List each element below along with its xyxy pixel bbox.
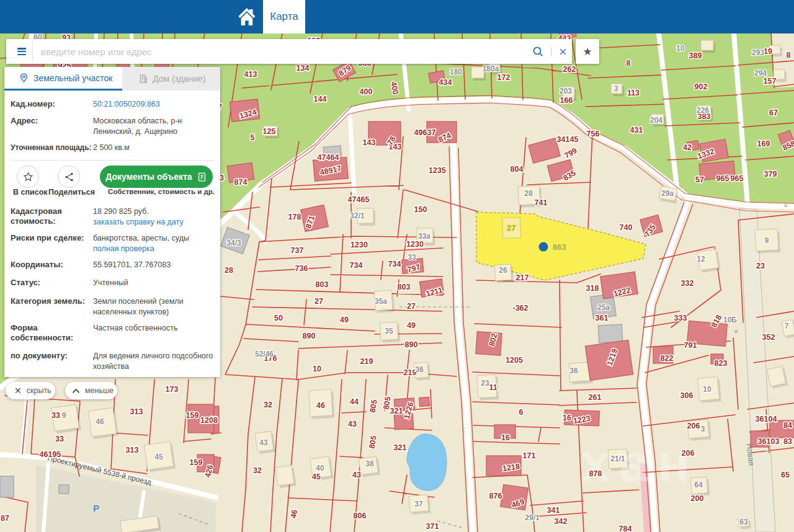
svg-text:10: 10	[313, 365, 321, 373]
svg-text:203: 203	[560, 87, 572, 95]
svg-text:87: 87	[1, 514, 9, 523]
svg-text:хан: хан	[581, 433, 698, 492]
svg-text:10: 10	[703, 385, 711, 394]
svg-text:33: 33	[51, 411, 60, 420]
svg-text:306: 306	[680, 391, 694, 400]
svg-text:36: 36	[415, 365, 424, 374]
svg-text:46195: 46195	[40, 450, 61, 459]
svg-text:874: 874	[234, 178, 248, 187]
svg-text:35: 35	[385, 327, 393, 335]
svg-text:11: 11	[489, 383, 497, 392]
svg-text:226: 226	[697, 106, 709, 115]
svg-text:27: 27	[407, 302, 416, 311]
svg-text:876: 876	[489, 492, 502, 500]
svg-text:293: 293	[752, 48, 764, 57]
svg-text:3: 3	[701, 425, 705, 433]
svg-text:1230: 1230	[406, 240, 424, 249]
svg-text:іlі: іlі	[784, 203, 788, 208]
svg-text:9: 9	[62, 411, 66, 420]
svg-text:іlі: іlі	[734, 329, 738, 334]
svg-text:23: 23	[481, 379, 489, 388]
svg-text:965: 965	[731, 174, 744, 183]
svg-text:180a: 180a	[483, 64, 499, 73]
svg-text:46: 46	[316, 401, 325, 410]
svg-text:134: 134	[297, 64, 310, 73]
svg-text:784: 784	[619, 525, 632, 532]
svg-text:29a: 29a	[661, 189, 674, 198]
svg-text:35a: 35a	[375, 297, 387, 306]
svg-text:46: 46	[96, 417, 104, 426]
svg-text:413: 413	[244, 70, 257, 79]
svg-text:389: 389	[689, 51, 702, 60]
svg-text:361: 361	[596, 314, 609, 322]
svg-text:169: 169	[757, 140, 770, 148]
svg-text:-362: -362	[512, 304, 528, 313]
svg-text:49: 49	[407, 321, 416, 330]
svg-text:P: P	[93, 503, 99, 513]
svg-text:172: 172	[497, 73, 511, 82]
svg-text:64: 64	[694, 481, 703, 489]
svg-text:219: 219	[360, 357, 373, 366]
svg-text:32/1: 32/1	[350, 211, 365, 220]
svg-text:46: 46	[289, 509, 299, 519]
svg-text:1208: 1208	[200, 416, 218, 425]
svg-text:261: 261	[589, 393, 602, 402]
svg-text:206: 206	[682, 449, 695, 458]
svg-text:965: 965	[716, 174, 729, 183]
svg-text:34145: 34145	[557, 135, 579, 144]
svg-text:45: 45	[312, 472, 321, 481]
svg-text:332: 332	[681, 279, 694, 288]
svg-text:150: 150	[414, 205, 427, 214]
svg-text:7: 7	[785, 322, 789, 330]
svg-text:19: 19	[764, 47, 772, 56]
svg-text:36: 36	[569, 366, 578, 375]
svg-text:144: 144	[314, 95, 327, 104]
svg-text:113: 113	[627, 89, 640, 97]
svg-text:23: 23	[756, 262, 765, 270]
svg-text:371: 371	[426, 522, 439, 531]
svg-text:33: 33	[55, 435, 64, 443]
svg-text:352: 352	[762, 333, 775, 342]
svg-text:43: 43	[352, 471, 361, 479]
svg-text:8: 8	[627, 59, 631, 68]
svg-text:43: 43	[348, 420, 357, 428]
svg-text:1205: 1205	[506, 356, 523, 365]
svg-text:67: 67	[769, 109, 778, 117]
svg-text:400: 400	[360, 87, 373, 96]
svg-text:29/1: 29/1	[525, 513, 540, 522]
svg-text:166: 166	[560, 96, 573, 105]
svg-text:125: 125	[263, 127, 276, 136]
svg-text:262: 262	[563, 65, 576, 74]
svg-text:43: 43	[259, 438, 268, 447]
svg-text:45: 45	[154, 453, 163, 461]
svg-text:737: 737	[291, 246, 304, 255]
svg-text:890: 890	[405, 340, 418, 349]
svg-text:32: 32	[264, 401, 272, 409]
svg-text:204: 204	[650, 116, 662, 125]
svg-text:3: 3	[614, 84, 618, 93]
svg-text:1230: 1230	[350, 241, 368, 249]
svg-text:321: 321	[390, 407, 403, 415]
svg-text:5: 5	[251, 133, 255, 142]
svg-text:431: 431	[630, 126, 643, 135]
svg-text:27: 27	[314, 297, 323, 306]
svg-text:159: 159	[186, 411, 199, 420]
svg-text:26: 26	[499, 266, 507, 275]
svg-text:157: 157	[764, 77, 777, 86]
svg-text:52/46: 52/46	[255, 350, 274, 358]
svg-text:33a: 33a	[418, 232, 430, 241]
svg-text:741: 741	[535, 198, 548, 207]
svg-text:863: 863	[553, 242, 566, 252]
svg-text:84: 84	[783, 421, 792, 430]
svg-text:734: 734	[388, 260, 401, 268]
svg-text:791: 791	[684, 341, 697, 350]
svg-text:47464: 47464	[318, 153, 339, 162]
svg-text:878: 878	[589, 469, 602, 478]
svg-text:42: 42	[683, 143, 692, 152]
svg-text:321: 321	[394, 443, 407, 452]
svg-text:40: 40	[316, 464, 324, 472]
svg-text:16: 16	[501, 433, 510, 442]
svg-text:83: 83	[783, 437, 792, 446]
svg-text:806: 806	[354, 512, 367, 520]
svg-text:173: 173	[166, 385, 179, 394]
